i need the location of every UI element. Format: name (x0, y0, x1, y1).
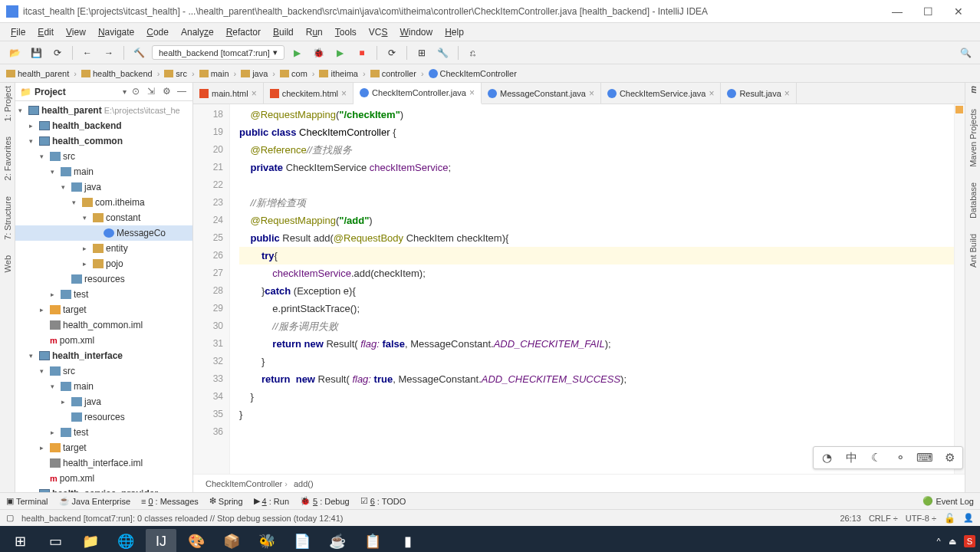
tree-item[interactable]: resources (15, 409, 192, 425)
editor-tab[interactable]: checkitem.html× (264, 83, 354, 104)
vtab-favorites[interactable]: 2: Favorites (3, 136, 12, 180)
tree-item[interactable]: ▾main (15, 379, 192, 394)
settings-toolbar-button[interactable]: 🔧 (435, 44, 452, 61)
run-config-selector[interactable]: health_backend [tomcat7:run] ▾ (152, 45, 284, 60)
bc-src[interactable]: src (164, 69, 187, 78)
tree-item[interactable]: ▸test (15, 287, 192, 302)
warning-marker[interactable] (955, 106, 963, 113)
chinese-ime-icon[interactable]: 中 (843, 449, 860, 466)
app-10[interactable]: 📋 (357, 529, 388, 552)
toolwin-eventlog[interactable]: 🟢 Event Log (922, 496, 974, 506)
gear-icon[interactable]: ⚙ (941, 449, 958, 466)
app-7[interactable]: 🐝 (252, 529, 282, 552)
share-icon[interactable]: ⚬ (892, 449, 909, 466)
tree-item[interactable]: ▸health_backend (15, 118, 192, 133)
tray-eject-icon[interactable]: ⏏ (949, 537, 956, 547)
paint-app[interactable]: 🎨 (181, 529, 212, 552)
toolwin-messages[interactable]: ≡ 0: Messages (141, 497, 199, 506)
toolwin-je[interactable]: ☕ Java Enterprise (59, 496, 130, 506)
tree-item[interactable]: MessageCo (15, 225, 192, 241)
vtab-database[interactable]: Database (968, 182, 978, 219)
back-button[interactable]: ← (79, 44, 96, 61)
menu-file[interactable]: File (6, 25, 30, 39)
vcs-button[interactable]: ⎌ (465, 44, 482, 61)
tab-close-icon[interactable]: × (341, 88, 347, 99)
tray-chevron-icon[interactable]: ^ (936, 537, 940, 546)
toolwin-terminal[interactable]: ▣ Terminal (6, 496, 48, 506)
menu-tools[interactable]: Tools (331, 25, 361, 39)
system-tray[interactable]: ^ ⏏ S (936, 535, 975, 547)
project-tree[interactable]: ▾health_parent E:\projects\itcast_he▸hea… (15, 101, 192, 492)
menu-help[interactable]: Help (440, 25, 469, 39)
toolwin-todo[interactable]: ☑ 6: TODO (360, 496, 406, 506)
app-8[interactable]: 📄 (287, 529, 317, 552)
tree-item[interactable]: mpom.xml (15, 471, 192, 486)
tree-item[interactable]: ▸target (15, 440, 192, 455)
toolwindow-toggle[interactable]: ▢ (6, 513, 14, 523)
toolwin-spring[interactable]: ❇ Spring (209, 496, 243, 506)
open-button[interactable]: 📂 (6, 44, 23, 61)
app-6[interactable]: 📦 (216, 529, 247, 552)
minimize-button[interactable]: — (882, 5, 913, 18)
bc-health-parent[interactable]: health_parent (6, 69, 69, 78)
tree-item[interactable]: ▾constant (15, 210, 192, 225)
tree-item[interactable]: resources (15, 271, 192, 287)
stop-button[interactable]: ■ (354, 44, 370, 61)
tree-item[interactable]: ▾src (15, 149, 192, 164)
taskview-button[interactable]: ▭ (40, 529, 71, 552)
debug-button[interactable]: 🐞 (311, 44, 327, 61)
tree-item[interactable]: ▸entity (15, 241, 192, 256)
tree-item[interactable]: ▾health_interface (15, 348, 192, 363)
tab-close-icon[interactable]: × (252, 88, 257, 99)
readonly-lock-icon[interactable]: 🔓 (944, 513, 955, 524)
gauge-icon[interactable]: ◔ (818, 449, 835, 466)
vtab-project[interactable]: 1: Project (3, 86, 12, 121)
start-button[interactable]: ⊞ (5, 529, 35, 552)
tree-item[interactable]: ▾main (15, 164, 192, 179)
settings-button[interactable]: ⚙ (160, 86, 173, 98)
vtab-ant[interactable]: Ant Build (968, 234, 978, 268)
hide-button[interactable]: — (176, 86, 188, 98)
tab-close-icon[interactable]: × (784, 88, 790, 99)
search-everywhere-button[interactable]: 🔍 (957, 44, 974, 61)
menu-code[interactable]: Code (142, 25, 173, 39)
editor-tab[interactable]: CheckItemController.java× (354, 83, 482, 104)
menu-edit[interactable]: Edit (33, 25, 58, 39)
run-button[interactable]: ▶ (289, 44, 306, 61)
intellij-app[interactable]: IJ (146, 529, 176, 552)
tab-close-icon[interactable]: × (709, 88, 714, 99)
vtab-structure[interactable]: 7: Structure (3, 196, 12, 240)
tree-item[interactable]: ▾src (15, 363, 192, 379)
tree-item[interactable]: ▾com.itheima (15, 195, 192, 210)
inspection-hector-icon[interactable]: 👤 (963, 513, 974, 523)
toolwin-debug[interactable]: 🐞 5: Debug (300, 496, 350, 506)
menu-analyze[interactable]: Analyze (176, 25, 219, 39)
bc-java[interactable]: java (241, 69, 268, 78)
menu-view[interactable]: View (61, 25, 90, 39)
terminal-app[interactable]: ▮ (393, 529, 423, 552)
menu-refactor[interactable]: Refactor (222, 25, 265, 39)
encoding[interactable]: UTF-8 ÷ (906, 514, 936, 523)
coverage-button[interactable]: ▶ (332, 44, 349, 61)
build-button[interactable]: 🔨 (130, 44, 147, 61)
menu-window[interactable]: Window (395, 25, 437, 39)
toolwin-run[interactable]: ▶ 4: Run (254, 496, 289, 506)
tree-item[interactable]: ▸java (15, 394, 192, 409)
moon-icon[interactable]: ☾ (867, 449, 884, 466)
bc-com[interactable]: com (280, 69, 307, 78)
app-9[interactable]: ☕ (322, 529, 353, 552)
forward-button[interactable]: → (100, 44, 117, 61)
save-button[interactable]: 💾 (28, 44, 44, 61)
vtab-maven-label[interactable]: Maven Projects (968, 109, 978, 167)
project-view-dropdown[interactable]: ▾ (123, 87, 127, 96)
tree-item[interactable]: mpom.xml (15, 333, 192, 348)
tree-item[interactable]: health_interface.iml (15, 455, 192, 471)
tab-close-icon[interactable]: × (469, 87, 475, 98)
tree-item[interactable]: ▸pojo (15, 256, 192, 271)
cursor-position[interactable]: 26:13 (840, 514, 861, 523)
tab-close-icon[interactable]: × (589, 88, 594, 99)
menu-build[interactable]: Build (268, 25, 298, 39)
line-separator[interactable]: CRLF ÷ (869, 514, 898, 523)
menu-run[interactable]: Run (301, 25, 327, 39)
structure-button[interactable]: ⊞ (413, 44, 430, 61)
